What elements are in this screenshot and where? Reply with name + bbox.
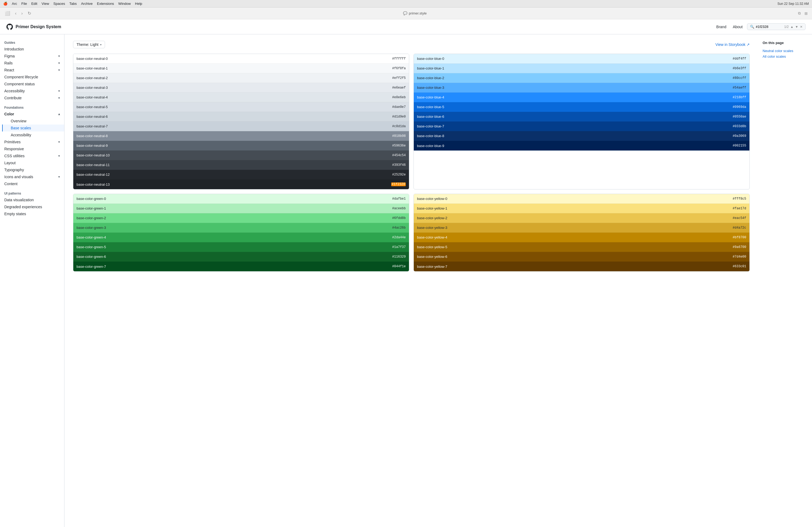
color-row: base-color-yellow-3#d4a72c bbox=[414, 223, 750, 232]
sidebar-item-css-utilities[interactable]: CSS utilities ▾ bbox=[0, 152, 64, 160]
system-time: Sun 22 Sep 11:32 AM bbox=[777, 2, 809, 6]
sidebar-item-component-status[interactable]: Component status bbox=[0, 80, 64, 88]
nav-about[interactable]: About bbox=[733, 25, 743, 29]
address-bar: 💬 primer.style bbox=[35, 11, 795, 15]
menu-spaces[interactable]: Spaces bbox=[54, 2, 65, 6]
theme-selector[interactable]: Theme: Light ▾ bbox=[73, 41, 105, 48]
menu-window[interactable]: Window bbox=[118, 2, 131, 6]
color-hex: #d1d9e0 bbox=[392, 115, 406, 119]
sidebar-item-data-visualization[interactable]: Data visualization bbox=[0, 196, 64, 204]
color-row: base-color-neutral-12#25292e bbox=[73, 170, 409, 180]
color-row: base-color-blue-4#218bff bbox=[414, 93, 750, 102]
search-highlight: #1f2328 bbox=[391, 182, 406, 186]
color-name: base-color-neutral-11 bbox=[76, 163, 392, 167]
storybook-link[interactable]: View in Storybook ↗ bbox=[715, 42, 750, 47]
color-name: base-color-green-6 bbox=[76, 255, 392, 259]
search-next-button[interactable]: ▼ bbox=[795, 25, 798, 29]
site-nav: Brand About bbox=[716, 25, 743, 29]
sidebar-item-figma[interactable]: Figma ▾ bbox=[0, 52, 64, 60]
color-hex: #116329 bbox=[392, 255, 406, 259]
color-hex: #0a3069 bbox=[733, 134, 746, 138]
apple-menu[interactable]: 🍎 bbox=[3, 2, 8, 6]
color-name: base-color-yellow-4 bbox=[417, 235, 733, 239]
sidebar-item-responsive[interactable]: Responsive bbox=[0, 146, 64, 152]
color-row: base-color-green-7#044f1e bbox=[73, 261, 409, 271]
sidebar-item-primitives[interactable]: Primitives ▾ bbox=[0, 138, 64, 146]
icons-chevron-icon: ▾ bbox=[58, 175, 60, 179]
color-name: base-color-green-7 bbox=[76, 265, 392, 269]
menu-extensions[interactable]: Extensions bbox=[97, 2, 114, 6]
color-name: base-color-neutral-9 bbox=[76, 144, 392, 148]
sidebar-item-rails[interactable]: Rails ▾ bbox=[0, 60, 64, 66]
theme-label: Theme: Light bbox=[76, 42, 99, 47]
color-hex: #0550ae bbox=[733, 115, 746, 119]
ui-patterns-section-label: UI patterns bbox=[0, 190, 64, 196]
sidebar-item-degraded-experiences[interactable]: Degraded experiences bbox=[0, 204, 64, 210]
menu-arc[interactable]: Arc bbox=[12, 2, 17, 6]
theme-chevron-icon: ▾ bbox=[100, 43, 102, 46]
content-label: Content bbox=[4, 182, 17, 186]
color-hex: #54aeff bbox=[733, 86, 746, 90]
back-button[interactable]: ‹ bbox=[13, 11, 18, 16]
sidebar-item-layout[interactable]: Layout bbox=[0, 160, 64, 166]
menu-help[interactable]: Help bbox=[135, 2, 142, 6]
color-hex: #1a7f37 bbox=[392, 245, 406, 249]
site-icon: 💬 bbox=[403, 11, 407, 15]
menu-tabs[interactable]: Tabs bbox=[69, 2, 76, 6]
url-text[interactable]: primer.style bbox=[409, 11, 427, 15]
sidebar-item-color[interactable]: Color ▴ bbox=[0, 110, 64, 118]
split-view-button[interactable]: ⧉ bbox=[797, 10, 802, 17]
site-search-input[interactable] bbox=[756, 25, 783, 29]
color-chevron-icon: ▴ bbox=[58, 112, 60, 116]
sidebar-item-content[interactable]: Content bbox=[0, 180, 64, 187]
color-accessibility-label: Accessibility bbox=[11, 133, 31, 137]
color-name: base-color-neutral-12 bbox=[76, 172, 392, 177]
color-row: base-color-blue-7#033d8b bbox=[414, 122, 750, 131]
search-close-button[interactable]: ✕ bbox=[800, 25, 802, 29]
new-tab-button[interactable]: ⊞ bbox=[803, 10, 809, 17]
css-utilities-chevron-icon: ▾ bbox=[58, 154, 60, 158]
sidebar-item-contribute[interactable]: Contribute ▾ bbox=[0, 94, 64, 102]
data-visualization-label: Data visualization bbox=[4, 198, 34, 202]
sidebar-item-react[interactable]: React ▾ bbox=[0, 66, 64, 74]
sidebar-toggle-button[interactable]: ⬜ bbox=[3, 10, 12, 16]
menu-edit[interactable]: Edit bbox=[31, 2, 37, 6]
green-color-table: base-color-green-0#dafbe1base-color-gree… bbox=[73, 194, 409, 272]
sidebar-sub-item-color-accessibility[interactable]: Accessibility bbox=[2, 132, 64, 138]
base-scales-label: Base scales bbox=[11, 126, 31, 130]
color-row: base-color-neutral-0#ffffff bbox=[73, 54, 409, 64]
color-name: base-color-neutral-5 bbox=[76, 105, 392, 109]
menu-file[interactable]: File bbox=[21, 2, 27, 6]
color-hex: #fff8c5 bbox=[733, 197, 746, 201]
menu-view[interactable]: View bbox=[42, 2, 49, 6]
site-logo: Primer Design System bbox=[6, 24, 61, 30]
nav-brand[interactable]: Brand bbox=[716, 25, 726, 29]
menu-archive[interactable]: Archive bbox=[81, 2, 93, 6]
app: Primer Design System Brand About 🔍 1/2 ▲… bbox=[0, 19, 812, 527]
color-row: base-color-green-4#2da44e bbox=[73, 232, 409, 242]
refresh-button[interactable]: ↻ bbox=[26, 10, 33, 16]
forward-button[interactable]: › bbox=[19, 11, 24, 16]
color-row: base-color-neutral-10#454c54 bbox=[73, 151, 409, 160]
sidebar-item-component-lifecycle[interactable]: Component lifecycle bbox=[0, 74, 64, 80]
github-logo-icon bbox=[6, 24, 13, 30]
sidebar-item-icons-and-visuals[interactable]: Icons and visuals ▾ bbox=[0, 174, 64, 180]
color-hex: #393f46 bbox=[392, 163, 406, 167]
color-submenu: Overview Base scales Accessibility bbox=[0, 118, 64, 138]
color-name: base-color-blue-1 bbox=[417, 66, 733, 70]
color-row: base-color-neutral-13#1f2328 bbox=[73, 180, 409, 189]
sidebar-sub-item-base-scales[interactable]: Base scales bbox=[2, 124, 64, 132]
sidebar-item-typography[interactable]: Typography bbox=[0, 166, 64, 174]
color-name: base-color-green-3 bbox=[76, 226, 392, 230]
color-row: base-color-yellow-0#fff8c5 bbox=[414, 194, 750, 204]
toc-item-all[interactable]: All color scales bbox=[763, 54, 808, 59]
sidebar-item-introduction[interactable]: Introduction bbox=[0, 46, 64, 52]
sidebar-item-accessibility[interactable]: Accessibility ▾ bbox=[0, 88, 64, 94]
color-name: base-color-blue-8 bbox=[417, 134, 733, 138]
sidebar-sub-item-overview[interactable]: Overview bbox=[2, 118, 64, 124]
toc-item-neutral[interactable]: Neutral color scales bbox=[763, 48, 808, 54]
browser-chrome: ⬜ ‹ › ↻ 💬 primer.style ⧉ ⊞ bbox=[0, 7, 812, 19]
search-prev-button[interactable]: ▲ bbox=[790, 25, 794, 29]
color-hex: #4ac26b bbox=[392, 226, 406, 230]
sidebar-item-empty-states[interactable]: Empty states bbox=[0, 210, 64, 217]
